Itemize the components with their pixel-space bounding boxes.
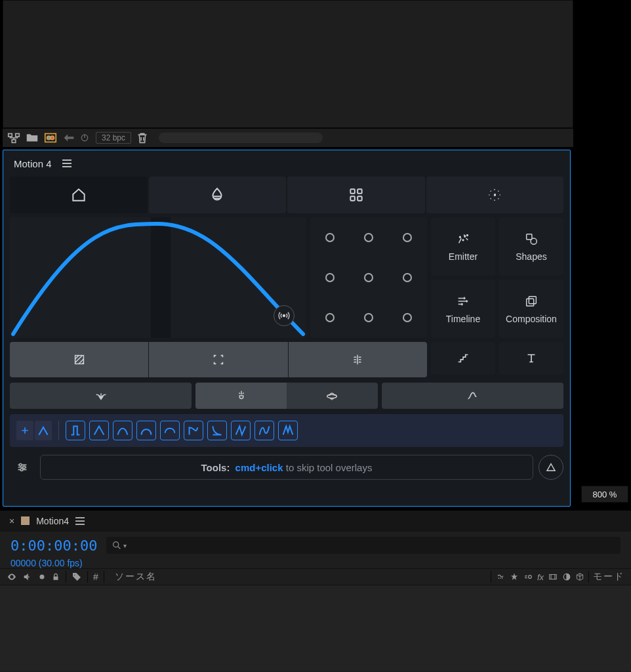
tool-composition[interactable]: Composition [499, 280, 563, 338]
timecode[interactable]: 0:00:00:00 [10, 537, 97, 554]
mode-column[interactable]: モード [593, 571, 624, 583]
star-icon[interactable] [510, 572, 519, 581]
anchor-top-left[interactable] [325, 233, 335, 242]
svg-rect-29 [550, 575, 557, 579]
anchor-top-center[interactable] [364, 233, 373, 242]
svg-point-5 [51, 136, 54, 140]
tab-grid[interactable] [287, 177, 425, 213]
ease-preset-5[interactable] [160, 421, 180, 440]
svg-rect-0 [9, 134, 12, 137]
tool-text[interactable] [499, 342, 563, 375]
power-icon[interactable] [77, 131, 92, 144]
timeline-search[interactable]: ▾ [106, 537, 621, 554]
svg-point-28 [528, 576, 531, 579]
timeline-columns: # ソース名 fx モード [0, 568, 631, 585]
panel-menu-icon[interactable] [62, 159, 71, 167]
svg-rect-19 [529, 296, 536, 303]
ease-preset-3[interactable] [113, 421, 132, 440]
ease-curve-editor[interactable] [10, 217, 306, 338]
hash-column[interactable]: # [93, 572, 98, 582]
ease-preset-4[interactable] [136, 421, 156, 440]
timeline-menu-icon[interactable] [75, 517, 85, 525]
solo-icon[interactable] [38, 573, 46, 581]
folder-icon[interactable] [25, 131, 39, 144]
svg-point-27 [40, 575, 45, 579]
ease-add-button[interactable] [16, 421, 33, 440]
svg-point-13 [460, 236, 461, 238]
btn-focus[interactable] [149, 342, 287, 377]
tab-transform[interactable] [426, 177, 564, 213]
tab-color[interactable] [149, 177, 287, 213]
project-toolbar: 32 bpc [3, 129, 573, 147]
eye-icon[interactable] [7, 572, 17, 582]
tool-emitter[interactable]: Emitter [431, 217, 495, 276]
anchor-middle-right[interactable] [403, 273, 412, 282]
svg-point-12 [283, 315, 285, 317]
frame-info[interactable]: 00000 (30.00 fps) [0, 558, 631, 568]
ease-preset-6[interactable] [184, 421, 203, 440]
btn-hatch[interactable] [10, 342, 148, 377]
svg-rect-17 [527, 234, 532, 239]
trash-icon[interactable] [135, 131, 150, 144]
anchor-bottom-right[interactable] [403, 313, 412, 322]
frame-blend-icon[interactable] [548, 572, 558, 581]
close-tab-icon[interactable]: × [9, 516, 14, 526]
btn-fan[interactable] [10, 383, 192, 409]
hint-bar: Tools: cmd+click to skip tool overlays [40, 455, 533, 480]
tool-stairs[interactable] [431, 342, 495, 375]
timeline-tab-name[interactable]: Motion4 [36, 516, 69, 526]
flowchart-icon[interactable] [7, 131, 21, 144]
anchor-top-right[interactable] [403, 233, 412, 242]
speaker-icon[interactable] [22, 572, 33, 582]
label-icon[interactable] [71, 572, 82, 582]
project-search[interactable] [159, 133, 323, 143]
composition-preview[interactable] [3, 0, 573, 128]
bit-depth-toggle[interactable]: 32 bpc [96, 132, 131, 144]
ease-preset-1[interactable] [66, 421, 85, 440]
btn-touch[interactable] [195, 383, 287, 409]
btn-path[interactable] [382, 383, 563, 409]
tool-timeline[interactable]: Timeline [431, 280, 495, 338]
adjustment-layer-icon[interactable] [562, 572, 571, 581]
ease-preset-9[interactable] [254, 421, 274, 440]
tool-shapes[interactable]: Shapes [499, 217, 563, 276]
svg-point-26 [113, 542, 119, 547]
ease-preset-7[interactable] [207, 421, 227, 440]
adjustment-icon[interactable] [62, 131, 76, 144]
tool-emitter-label: Emitter [449, 251, 478, 262]
source-name-column[interactable]: ソース名 [115, 571, 157, 583]
fx-icon[interactable]: fx [537, 572, 544, 582]
ease-preset-8[interactable] [231, 421, 251, 440]
motion-blur-icon[interactable] [523, 572, 533, 581]
ease-preset-2[interactable] [89, 421, 109, 440]
triangle-icon[interactable] [539, 455, 563, 480]
anchor-middle-center[interactable] [364, 273, 373, 282]
shy-icon[interactable] [495, 572, 506, 582]
anchor-middle-left[interactable] [325, 273, 335, 282]
anchor-bottom-left[interactable] [325, 313, 335, 322]
comp-color-swatch[interactable] [21, 516, 30, 525]
ease-presets-row [10, 414, 563, 447]
lock-icon[interactable] [51, 572, 60, 581]
settings-icon[interactable] [10, 455, 35, 480]
zoom-level[interactable]: 800 % [581, 486, 628, 503]
3d-icon[interactable] [575, 572, 584, 581]
svg-rect-20 [527, 299, 534, 306]
btn-ufo[interactable] [287, 383, 378, 409]
svg-point-18 [531, 238, 537, 244]
composition-icon[interactable] [43, 131, 58, 144]
tab-home[interactable] [10, 177, 148, 213]
timeline-panel: × Motion4 0:00:00:00 ▾ 00000 (30.00 fps)… [0, 511, 631, 672]
timeline-body[interactable] [0, 585, 631, 671]
svg-point-22 [327, 394, 337, 398]
motion4-header: Motion 4 [3, 150, 570, 177]
anchor-bottom-center[interactable] [364, 313, 373, 322]
ease-preset-10[interactable] [278, 421, 298, 440]
svg-point-23 [19, 464, 22, 467]
btn-align[interactable] [289, 342, 427, 377]
right-strip [577, 0, 631, 509]
svg-rect-7 [350, 189, 355, 194]
broadcast-icon[interactable] [274, 305, 295, 326]
anchor-point-grid [310, 217, 427, 338]
ease-current[interactable] [35, 421, 52, 440]
